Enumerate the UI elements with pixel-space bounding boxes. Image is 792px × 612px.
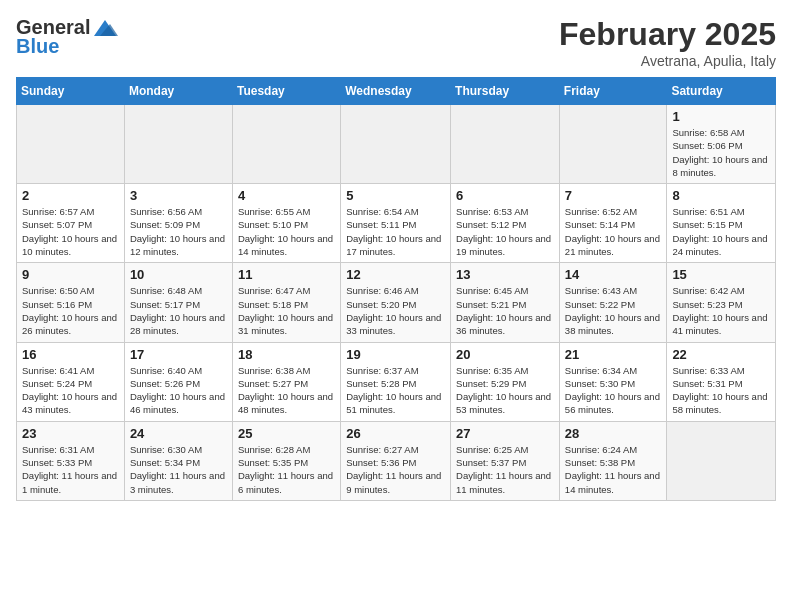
- day-number: 17: [130, 347, 227, 362]
- calendar-cell-1-1: [17, 105, 125, 184]
- calendar-cell-4-5: 20Sunrise: 6:35 AMSunset: 5:29 PMDayligh…: [451, 342, 560, 421]
- weekday-header-tuesday: Tuesday: [232, 78, 340, 105]
- day-info: Sunrise: 6:51 AMSunset: 5:15 PMDaylight:…: [672, 205, 770, 258]
- calendar-week-5: 23Sunrise: 6:31 AMSunset: 5:33 PMDayligh…: [17, 421, 776, 500]
- calendar-cell-4-6: 21Sunrise: 6:34 AMSunset: 5:30 PMDayligh…: [559, 342, 667, 421]
- day-number: 19: [346, 347, 445, 362]
- calendar-cell-2-3: 4Sunrise: 6:55 AMSunset: 5:10 PMDaylight…: [232, 184, 340, 263]
- weekday-header-saturday: Saturday: [667, 78, 776, 105]
- page-header: General Blue February 2025 Avetrana, Apu…: [16, 16, 776, 69]
- weekday-header-sunday: Sunday: [17, 78, 125, 105]
- day-info: Sunrise: 6:33 AMSunset: 5:31 PMDaylight:…: [672, 364, 770, 417]
- calendar-cell-4-7: 22Sunrise: 6:33 AMSunset: 5:31 PMDayligh…: [667, 342, 776, 421]
- calendar-cell-5-7: [667, 421, 776, 500]
- day-number: 24: [130, 426, 227, 441]
- day-number: 27: [456, 426, 554, 441]
- calendar-cell-5-1: 23Sunrise: 6:31 AMSunset: 5:33 PMDayligh…: [17, 421, 125, 500]
- day-number: 26: [346, 426, 445, 441]
- calendar-week-2: 2Sunrise: 6:57 AMSunset: 5:07 PMDaylight…: [17, 184, 776, 263]
- day-info: Sunrise: 6:42 AMSunset: 5:23 PMDaylight:…: [672, 284, 770, 337]
- day-number: 11: [238, 267, 335, 282]
- calendar-cell-5-4: 26Sunrise: 6:27 AMSunset: 5:36 PMDayligh…: [341, 421, 451, 500]
- day-number: 7: [565, 188, 662, 203]
- day-info: Sunrise: 6:50 AMSunset: 5:16 PMDaylight:…: [22, 284, 119, 337]
- day-number: 4: [238, 188, 335, 203]
- calendar-cell-1-4: [341, 105, 451, 184]
- weekday-header-thursday: Thursday: [451, 78, 560, 105]
- calendar-cell-3-4: 12Sunrise: 6:46 AMSunset: 5:20 PMDayligh…: [341, 263, 451, 342]
- calendar-week-3: 9Sunrise: 6:50 AMSunset: 5:16 PMDaylight…: [17, 263, 776, 342]
- day-info: Sunrise: 6:24 AMSunset: 5:38 PMDaylight:…: [565, 443, 662, 496]
- day-info: Sunrise: 6:41 AMSunset: 5:24 PMDaylight:…: [22, 364, 119, 417]
- day-info: Sunrise: 6:31 AMSunset: 5:33 PMDaylight:…: [22, 443, 119, 496]
- calendar-cell-2-7: 8Sunrise: 6:51 AMSunset: 5:15 PMDaylight…: [667, 184, 776, 263]
- calendar-week-4: 16Sunrise: 6:41 AMSunset: 5:24 PMDayligh…: [17, 342, 776, 421]
- day-info: Sunrise: 6:45 AMSunset: 5:21 PMDaylight:…: [456, 284, 554, 337]
- day-info: Sunrise: 6:58 AMSunset: 5:06 PMDaylight:…: [672, 126, 770, 179]
- calendar-cell-5-3: 25Sunrise: 6:28 AMSunset: 5:35 PMDayligh…: [232, 421, 340, 500]
- calendar-cell-3-5: 13Sunrise: 6:45 AMSunset: 5:21 PMDayligh…: [451, 263, 560, 342]
- calendar-cell-4-3: 18Sunrise: 6:38 AMSunset: 5:27 PMDayligh…: [232, 342, 340, 421]
- day-info: Sunrise: 6:28 AMSunset: 5:35 PMDaylight:…: [238, 443, 335, 496]
- day-info: Sunrise: 6:25 AMSunset: 5:37 PMDaylight:…: [456, 443, 554, 496]
- calendar-cell-5-5: 27Sunrise: 6:25 AMSunset: 5:37 PMDayligh…: [451, 421, 560, 500]
- day-info: Sunrise: 6:38 AMSunset: 5:27 PMDaylight:…: [238, 364, 335, 417]
- calendar-header-row: SundayMondayTuesdayWednesdayThursdayFrid…: [17, 78, 776, 105]
- day-number: 1: [672, 109, 770, 124]
- title-block: February 2025 Avetrana, Apulia, Italy: [559, 16, 776, 69]
- calendar-cell-2-5: 6Sunrise: 6:53 AMSunset: 5:12 PMDaylight…: [451, 184, 560, 263]
- logo: General Blue: [16, 16, 118, 58]
- calendar-cell-2-4: 5Sunrise: 6:54 AMSunset: 5:11 PMDaylight…: [341, 184, 451, 263]
- day-info: Sunrise: 6:55 AMSunset: 5:10 PMDaylight:…: [238, 205, 335, 258]
- calendar-cell-5-6: 28Sunrise: 6:24 AMSunset: 5:38 PMDayligh…: [559, 421, 667, 500]
- day-info: Sunrise: 6:56 AMSunset: 5:09 PMDaylight:…: [130, 205, 227, 258]
- weekday-header-friday: Friday: [559, 78, 667, 105]
- day-info: Sunrise: 6:46 AMSunset: 5:20 PMDaylight:…: [346, 284, 445, 337]
- day-number: 15: [672, 267, 770, 282]
- day-info: Sunrise: 6:35 AMSunset: 5:29 PMDaylight:…: [456, 364, 554, 417]
- day-number: 16: [22, 347, 119, 362]
- day-number: 12: [346, 267, 445, 282]
- calendar-cell-4-1: 16Sunrise: 6:41 AMSunset: 5:24 PMDayligh…: [17, 342, 125, 421]
- day-number: 13: [456, 267, 554, 282]
- calendar-cell-3-6: 14Sunrise: 6:43 AMSunset: 5:22 PMDayligh…: [559, 263, 667, 342]
- calendar-cell-4-4: 19Sunrise: 6:37 AMSunset: 5:28 PMDayligh…: [341, 342, 451, 421]
- day-number: 9: [22, 267, 119, 282]
- day-number: 28: [565, 426, 662, 441]
- logo-text-blue: Blue: [16, 35, 59, 58]
- day-info: Sunrise: 6:54 AMSunset: 5:11 PMDaylight:…: [346, 205, 445, 258]
- calendar-cell-2-2: 3Sunrise: 6:56 AMSunset: 5:09 PMDaylight…: [124, 184, 232, 263]
- weekday-header-monday: Monday: [124, 78, 232, 105]
- calendar-cell-2-6: 7Sunrise: 6:52 AMSunset: 5:14 PMDaylight…: [559, 184, 667, 263]
- calendar-cell-2-1: 2Sunrise: 6:57 AMSunset: 5:07 PMDaylight…: [17, 184, 125, 263]
- calendar-cell-3-7: 15Sunrise: 6:42 AMSunset: 5:23 PMDayligh…: [667, 263, 776, 342]
- day-number: 5: [346, 188, 445, 203]
- day-info: Sunrise: 6:57 AMSunset: 5:07 PMDaylight:…: [22, 205, 119, 258]
- day-number: 6: [456, 188, 554, 203]
- day-number: 8: [672, 188, 770, 203]
- day-info: Sunrise: 6:34 AMSunset: 5:30 PMDaylight:…: [565, 364, 662, 417]
- calendar-table: SundayMondayTuesdayWednesdayThursdayFrid…: [16, 77, 776, 501]
- calendar-cell-3-2: 10Sunrise: 6:48 AMSunset: 5:17 PMDayligh…: [124, 263, 232, 342]
- day-info: Sunrise: 6:48 AMSunset: 5:17 PMDaylight:…: [130, 284, 227, 337]
- day-number: 2: [22, 188, 119, 203]
- day-info: Sunrise: 6:37 AMSunset: 5:28 PMDaylight:…: [346, 364, 445, 417]
- day-number: 25: [238, 426, 335, 441]
- calendar-cell-4-2: 17Sunrise: 6:40 AMSunset: 5:26 PMDayligh…: [124, 342, 232, 421]
- day-info: Sunrise: 6:27 AMSunset: 5:36 PMDaylight:…: [346, 443, 445, 496]
- calendar-cell-3-3: 11Sunrise: 6:47 AMSunset: 5:18 PMDayligh…: [232, 263, 340, 342]
- day-info: Sunrise: 6:40 AMSunset: 5:26 PMDaylight:…: [130, 364, 227, 417]
- calendar-cell-1-6: [559, 105, 667, 184]
- weekday-header-wednesday: Wednesday: [341, 78, 451, 105]
- day-number: 21: [565, 347, 662, 362]
- calendar-cell-1-5: [451, 105, 560, 184]
- day-info: Sunrise: 6:30 AMSunset: 5:34 PMDaylight:…: [130, 443, 227, 496]
- day-number: 22: [672, 347, 770, 362]
- calendar-cell-1-2: [124, 105, 232, 184]
- calendar-cell-1-7: 1Sunrise: 6:58 AMSunset: 5:06 PMDaylight…: [667, 105, 776, 184]
- day-info: Sunrise: 6:43 AMSunset: 5:22 PMDaylight:…: [565, 284, 662, 337]
- month-title: February 2025: [559, 16, 776, 53]
- logo-icon: [92, 18, 118, 38]
- calendar-cell-3-1: 9Sunrise: 6:50 AMSunset: 5:16 PMDaylight…: [17, 263, 125, 342]
- day-number: 20: [456, 347, 554, 362]
